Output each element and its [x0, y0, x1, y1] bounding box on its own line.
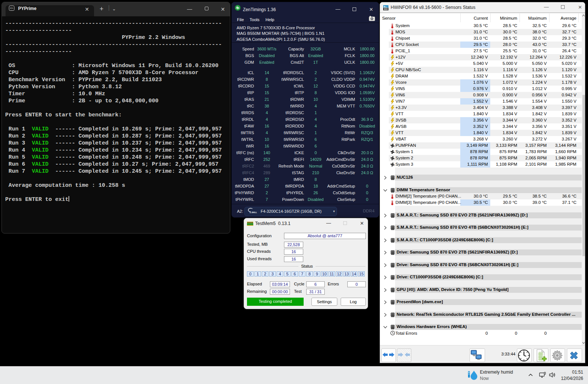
svg-text:G.SKILL: G.SKILL — [250, 211, 257, 213]
